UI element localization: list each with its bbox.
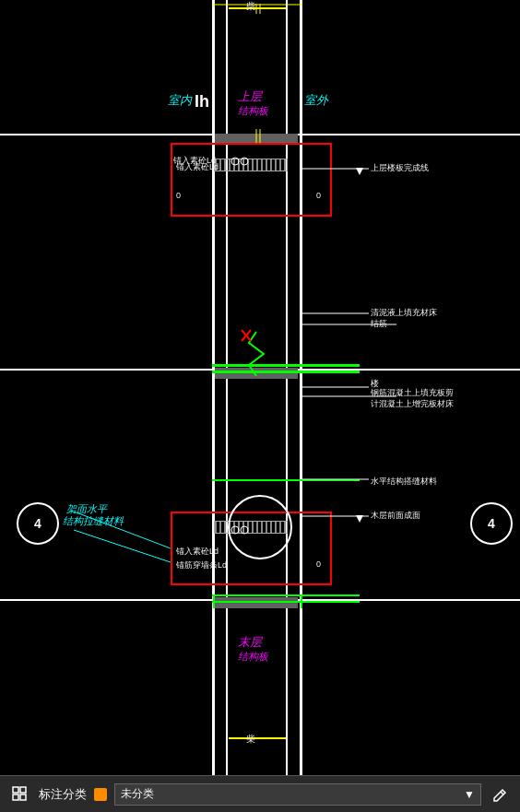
- svg-rect-29: [20, 794, 26, 800]
- wall-line-outer-right: [300, 0, 302, 775]
- bottom-toolbar: 标注分类 未分类 ▼: [0, 775, 520, 812]
- lower-structure-label: 结构板: [238, 650, 268, 664]
- waterproof-label: 水平结构搭缝材料: [371, 476, 437, 488]
- green-line-2: [212, 371, 360, 373]
- box-bot-label1: 锚入素砼Ld: [176, 546, 219, 558]
- ih-label: Ih: [195, 92, 209, 112]
- floor-slab-bot: [215, 597, 298, 608]
- svg-line-30: [501, 792, 503, 794]
- svg-line-9: [242, 330, 251, 341]
- green-line-5: [212, 601, 360, 603]
- green-line-3: [212, 479, 360, 481]
- hatch-top: [214, 159, 288, 171]
- upper-floor-finish-label: 上层楼板完成线: [371, 162, 429, 174]
- circle-right-label: 4: [488, 516, 495, 531]
- category-badge: [94, 788, 107, 801]
- dropdown-arrow-icon: ▼: [464, 788, 475, 801]
- svg-rect-27: [20, 787, 26, 793]
- outdoor-label: 室外: [304, 92, 328, 109]
- green-line-1: [212, 364, 360, 367]
- concrete-left2-label: 结筋: [371, 318, 387, 330]
- circle-left-label: 4: [34, 516, 41, 531]
- grid-icon[interactable]: [9, 783, 31, 806]
- bottom-dim-label: 柴: [246, 733, 255, 746]
- circle-marker-left: 4: [17, 502, 59, 545]
- cad-drawing: 锚入素砼Ld 0 0 锚入素砼Ld 锚筋穿墙条Ld 0 4 4: [0, 0, 520, 775]
- wall-line-inner-left: [226, 0, 228, 775]
- concrete-upper2-label: 计混凝土上增完板材床: [371, 398, 454, 410]
- svg-line-10: [242, 330, 251, 341]
- lower-floor-surface-label: 木层前面成面: [371, 510, 420, 522]
- svg-line-8: [74, 530, 171, 562]
- lower-floor-label: 末层: [238, 634, 262, 651]
- edit-icon[interactable]: [489, 783, 511, 806]
- svg-marker-22: [356, 168, 363, 175]
- top-dim-label: 柴: [246, 0, 255, 13]
- dropdown-text: 未分类: [121, 786, 154, 802]
- slab-filler-label: 结构拉缝材料: [63, 514, 124, 528]
- box-top-label3: 0: [316, 191, 321, 200]
- structure-board-label: 结构板: [238, 104, 268, 118]
- floor-slab-mid: [215, 368, 298, 379]
- circle-center-detail: [228, 495, 292, 559]
- svg-rect-26: [13, 787, 18, 793]
- svg-rect-28: [13, 794, 18, 800]
- toolbar-label: 标注分类: [39, 786, 87, 803]
- upper-floor-label: 上层: [238, 88, 262, 105]
- category-dropdown[interactable]: 未分类 ▼: [114, 783, 481, 806]
- indoor-label: 室内: [168, 92, 192, 109]
- wall-line-inner-right: [286, 0, 288, 775]
- svg-marker-23: [356, 515, 363, 523]
- dim-line-top: [229, 7, 286, 9]
- dim-line-bottom: [229, 737, 286, 739]
- rebar-upper-label: 锚入素砼Ld: [173, 155, 216, 167]
- box-bot-label2: 锚筋穿墙条Ld: [176, 559, 227, 571]
- circle-marker-right: 4: [470, 502, 513, 545]
- box-top-label2: 0: [176, 191, 181, 200]
- green-line-4: [212, 594, 360, 596]
- box-bot-label3: 0: [316, 559, 321, 569]
- wall-line-outer-left: [212, 0, 215, 775]
- red-box-top: 锚入素砼Ld 0 0: [171, 143, 332, 217]
